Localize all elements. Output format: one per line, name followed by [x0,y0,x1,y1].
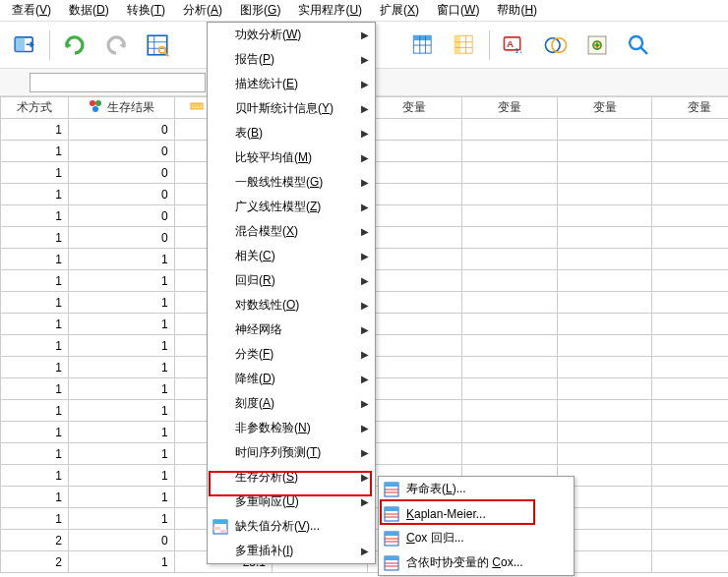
cell[interactable] [367,292,462,314]
menu-graphs[interactable]: 图形(G) [232,0,288,21]
cell[interactable] [462,335,558,357]
show-all-button[interactable] [580,29,614,62]
search-button[interactable] [622,29,655,62]
menu-item[interactable]: 含依时协变量的 Cox... [379,550,574,575]
cell[interactable] [462,162,558,184]
cell[interactable] [462,292,558,314]
cell[interactable]: 1 [1,357,69,378]
menu-item[interactable]: 对数线性(O)▶ [208,293,375,317]
cell[interactable] [652,551,728,573]
cell[interactable] [557,227,652,249]
cell[interactable] [557,184,652,205]
menu-item[interactable]: 功效分析(W)▶ [208,23,375,47]
cell[interactable]: 1 [1,205,69,227]
cell[interactable]: 1 [1,335,69,357]
cell[interactable] [367,141,462,162]
cell[interactable] [652,465,728,487]
menu-data[interactable]: 数据(D) [61,0,117,21]
menu-transform[interactable]: 转换(T) [119,0,173,21]
cell[interactable] [652,422,728,443]
cell[interactable] [557,292,652,314]
undo-button[interactable] [58,29,91,62]
cell[interactable] [462,249,558,270]
cell[interactable] [462,141,558,162]
insert-cases-button[interactable] [406,29,440,62]
cell[interactable] [367,357,462,378]
cell[interactable]: 1 [1,443,69,465]
goto-case-button[interactable] [8,29,41,62]
menu-item[interactable]: 刻度(A)▶ [208,391,375,416]
cell[interactable] [557,249,652,270]
cell[interactable] [652,270,728,292]
col-survival-result[interactable]: 生存结果 [69,97,175,119]
cell[interactable] [652,314,728,335]
menu-utilities[interactable]: 实用程序(U) [290,0,370,21]
cell[interactable] [367,400,462,422]
cell[interactable]: 1 [1,465,69,487]
menu-item[interactable]: 一般线性模型(G)▶ [208,170,375,195]
cell[interactable] [652,487,728,508]
cell[interactable]: 1 [69,249,175,270]
menu-extensions[interactable]: 扩展(X) [372,0,427,21]
col-var[interactable]: 变量 [652,97,728,119]
menu-item[interactable]: 寿命表(L)... [379,477,574,501]
cell[interactable] [462,443,558,465]
menu-item[interactable]: 多重插补(I)▶ [208,539,375,563]
cell[interactable]: 1 [1,314,69,335]
cell[interactable]: 0 [69,227,175,249]
cell[interactable]: 1 [1,292,69,314]
menu-item[interactable]: 比较平均值(M)▶ [208,145,375,170]
select-cases-button[interactable] [141,29,174,62]
cell[interactable]: 1 [1,162,69,184]
cell[interactable] [652,378,728,400]
cell[interactable] [652,357,728,378]
cell[interactable]: 1 [69,335,175,357]
menu-item[interactable]: 多重响应(U)▶ [208,490,375,514]
cell[interactable]: 1 [1,227,69,249]
cell[interactable]: 1 [69,465,175,487]
col-var[interactable]: 变量 [462,97,558,119]
cell[interactable] [557,443,652,465]
cell[interactable] [652,162,728,184]
cell[interactable] [367,422,462,443]
menu-item[interactable]: 相关(C)▶ [208,244,375,268]
cell[interactable]: 1 [1,422,69,443]
menu-item[interactable]: 分类(F)▶ [208,342,375,367]
cell[interactable]: 0 [69,205,175,227]
cell[interactable] [557,141,652,162]
cell[interactable] [557,162,652,184]
cell[interactable] [367,205,462,227]
cell[interactable]: 1 [69,508,175,530]
menu-item[interactable]: 描述统计(E)▶ [208,72,375,96]
cell[interactable] [367,443,462,465]
menu-item[interactable]: 贝叶斯统计信息(Y)▶ [208,96,375,121]
cell[interactable]: 0 [69,184,175,205]
cell[interactable] [367,119,462,141]
cell-editor-input[interactable] [30,73,206,92]
col-var[interactable]: 变量 [557,97,652,119]
cell[interactable]: 2 [1,530,69,551]
cell[interactable] [557,314,652,335]
cell[interactable] [367,184,462,205]
cell[interactable] [557,335,652,357]
menu-window[interactable]: 窗口(W) [429,0,487,21]
cell[interactable]: 1 [69,443,175,465]
cell[interactable]: 1 [69,551,175,573]
cell[interactable]: 1 [69,314,175,335]
use-sets-button[interactable] [539,29,573,62]
cell[interactable]: 0 [69,530,175,551]
menu-item[interactable]: 降维(D)▶ [208,367,375,391]
cell[interactable] [652,227,728,249]
cell[interactable] [462,227,558,249]
cell[interactable] [462,357,558,378]
cell[interactable] [652,249,728,270]
cell[interactable]: 1 [69,292,175,314]
cell[interactable]: 1 [69,400,175,422]
menu-item[interactable]: Cox 回归... [379,526,574,550]
menu-item[interactable]: 生存分析(S)▶ [208,465,375,490]
menu-item[interactable]: 缺失值分析(V)... [208,514,375,539]
menu-item[interactable]: 回归(R)▶ [208,268,375,293]
cell[interactable]: 1 [1,508,69,530]
cell[interactable] [367,335,462,357]
cell[interactable] [367,314,462,335]
